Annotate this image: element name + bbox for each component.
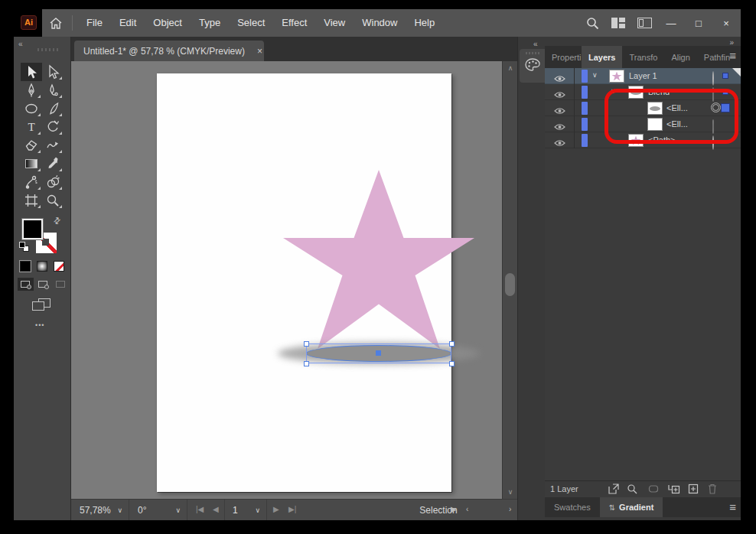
tab-layers[interactable]: Layers	[582, 46, 622, 68]
toolbar-collapse-icon[interactable]: «	[18, 40, 22, 48]
zoom-tool[interactable]	[42, 191, 64, 210]
curvature-tool[interactable]	[42, 81, 64, 99]
selection-color-chip[interactable]	[722, 73, 728, 79]
artboard[interactable]	[157, 73, 451, 492]
toolbar-grip[interactable]	[37, 48, 60, 51]
star-shape[interactable]	[283, 170, 474, 349]
annotation-highlight	[604, 89, 738, 144]
tab-close-icon[interactable]: ×	[253, 46, 267, 57]
new-sublayer-icon[interactable]	[668, 484, 680, 497]
next-artboard-icon[interactable]: ▶	[273, 505, 279, 513]
layer-color-bar	[582, 118, 588, 131]
shape-builder-tool[interactable]	[42, 173, 64, 191]
menu-select[interactable]: Select	[229, 9, 273, 37]
draw-normal-button[interactable]	[18, 278, 34, 291]
default-fill-stroke-icon[interactable]	[19, 242, 30, 252]
search-icon[interactable]	[582, 13, 603, 33]
collect-for-export-icon[interactable]	[608, 484, 619, 497]
status-play-icon[interactable]: ▶	[451, 505, 457, 513]
symbol-sprayer-tool[interactable]	[21, 173, 42, 191]
tab-gradient[interactable]: ⇅ Gradient	[600, 497, 663, 517]
selection-center-anchor[interactable]	[376, 350, 381, 356]
artboard-number-dropdown[interactable]: 1 ∨	[224, 500, 267, 521]
arrange-documents-icon[interactable]	[634, 13, 655, 33]
ellipse-tool[interactable]	[21, 99, 42, 118]
last-artboard-icon[interactable]: ▶|	[288, 505, 296, 513]
strip-expand-icon[interactable]: «	[533, 40, 537, 48]
pen-tool[interactable]	[21, 81, 42, 99]
gradient-tool[interactable]	[21, 155, 42, 173]
hscroll-left-icon[interactable]: ‹	[466, 505, 468, 513]
previous-artboard-icon[interactable]: ◀	[213, 505, 219, 513]
tab-transform[interactable]: Transfo	[622, 46, 664, 68]
selection-handle-br[interactable]	[449, 361, 455, 366]
close-button[interactable]: ×	[715, 13, 738, 33]
edit-toolbar-icon[interactable]: •••	[35, 321, 44, 329]
paintbrush-tool[interactable]	[42, 99, 64, 118]
menu-help[interactable]: Help	[406, 9, 443, 37]
visibility-eye-icon[interactable]	[554, 136, 565, 150]
rotation-value: 0°	[138, 505, 146, 516]
color-panel-collapsed-tab[interactable]	[520, 49, 546, 83]
canvas-viewport[interactable]	[71, 61, 502, 499]
layer-row-layer1[interactable]: ∨ Layer 1	[545, 68, 741, 84]
stroke-hole	[42, 239, 49, 246]
selection-handle-tr[interactable]	[449, 341, 455, 347]
scroll-up-icon[interactable]: ∧	[503, 64, 518, 72]
direct-selection-tool[interactable]	[42, 63, 64, 81]
vertical-scrollbar-thumb[interactable]	[505, 273, 515, 296]
menu-items: File Edit Object Type Select Effect View…	[78, 9, 443, 37]
document-tab[interactable]: Untitled-1* @ 57,78 % (CMYK/Preview) ×	[74, 41, 264, 61]
workspace-switcher-icon[interactable]	[608, 13, 629, 33]
first-artboard-icon[interactable]: |◀	[196, 505, 204, 513]
shaper-tool[interactable]	[42, 136, 64, 155]
rotate-tool[interactable]	[42, 118, 64, 136]
none-button[interactable]	[54, 261, 64, 272]
artboard-tool[interactable]	[21, 191, 42, 210]
new-layer-icon[interactable]	[688, 484, 699, 497]
menu-effect[interactable]: Effect	[273, 9, 315, 37]
fill-color-swatch[interactable]	[22, 219, 43, 239]
selection-handle-bl[interactable]	[304, 361, 309, 366]
draw-inside-button[interactable]	[52, 278, 68, 291]
tab-properties[interactable]: Properti	[545, 46, 582, 68]
menu-window[interactable]: Window	[354, 9, 406, 37]
panel-menu-icon[interactable]: ≡	[729, 49, 736, 62]
document-tab-bar: Untitled-1* @ 57,78 % (CMYK/Preview) ×	[71, 37, 517, 61]
eraser-tool[interactable]	[21, 136, 42, 155]
tab-align[interactable]: Align	[664, 46, 696, 68]
menu-file[interactable]: File	[78, 9, 111, 37]
vertical-scrollbar[interactable]: ∧ ∨	[502, 61, 517, 499]
tab-swatches[interactable]: Swatches	[545, 497, 600, 517]
eyedropper-tool[interactable]	[42, 155, 64, 173]
menu-view[interactable]: View	[315, 9, 354, 37]
gradient-button[interactable]	[37, 261, 47, 272]
minimize-button[interactable]: —	[660, 13, 683, 33]
selection-handle-tl[interactable]	[304, 341, 309, 347]
scroll-down-icon[interactable]: ∨	[503, 488, 518, 496]
type-tool[interactable]: T	[21, 118, 42, 136]
make-clipping-mask-icon[interactable]	[648, 484, 659, 497]
zoom-level-dropdown[interactable]: 57,78% ∨	[71, 500, 129, 521]
menu-edit[interactable]: Edit	[111, 9, 145, 37]
delete-layer-icon[interactable]	[708, 484, 717, 497]
layer-name[interactable]: Layer 1	[629, 71, 657, 80]
menu-object[interactable]: Object	[145, 9, 191, 37]
document-title: Untitled-1* @ 57,78 % (CMYK/Preview)	[74, 46, 245, 57]
locate-object-icon[interactable]	[627, 484, 637, 497]
color-button[interactable]	[20, 261, 31, 272]
chevron-down-icon: ∨	[175, 506, 187, 514]
maximize-button[interactable]: □	[687, 13, 710, 33]
swap-fill-stroke-icon[interactable]: ⇄	[51, 215, 64, 227]
chevron-down-icon[interactable]: ∨	[592, 71, 598, 79]
illustrator-app-icon[interactable]: Ai	[21, 15, 37, 30]
menu-type[interactable]: Type	[191, 9, 229, 37]
rotation-dropdown[interactable]: 0° ∨	[129, 500, 187, 521]
gradient-panel-menu-icon[interactable]: ≡	[729, 500, 736, 513]
change-screen-mode-button[interactable]	[32, 298, 52, 314]
home-icon[interactable]	[46, 14, 66, 32]
draw-behind-button[interactable]	[35, 278, 51, 291]
hscroll-right-icon[interactable]: ›	[509, 505, 511, 513]
layer-thumbnail[interactable]	[609, 70, 624, 83]
selection-tool[interactable]	[21, 63, 42, 81]
